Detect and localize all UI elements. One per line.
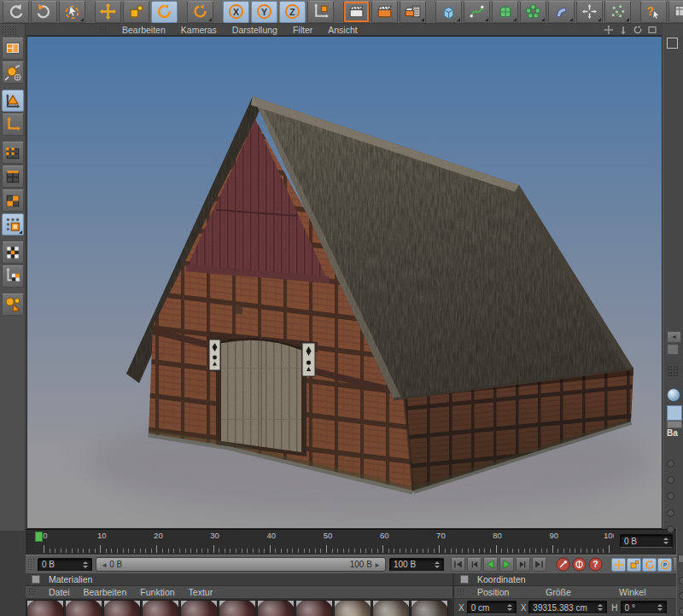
materials-panel-titlebar[interactable]: Materialien [26, 573, 452, 586]
key-position-toggle[interactable] [611, 558, 626, 572]
timeline-ruler[interactable]: 0102030405060708090100 [35, 530, 614, 555]
toolbar-y-axis-button[interactable]: Y [251, 1, 277, 23]
toolbar-scale-button[interactable] [123, 1, 149, 23]
field-stepper[interactable] [594, 604, 603, 611]
roof-material-thumbnail[interactable] [65, 600, 102, 616]
viewport-menu-ansicht[interactable]: Ansicht [320, 24, 365, 36]
toolbar-redo-button[interactable] [31, 1, 57, 23]
coordinate-field-2[interactable]: 0 ° [621, 601, 667, 614]
toolbar-bend-button[interactable] [548, 1, 575, 23]
sidebar-grip[interactable] [2, 26, 17, 35]
radio-option[interactable] [667, 460, 674, 468]
toolbar-add-cube-button[interactable] [435, 1, 462, 23]
viewport-menu-darstellung[interactable]: Darstellung [225, 24, 285, 36]
scroll-left-button[interactable]: ◄ [667, 331, 681, 343]
sidebar-model-mode-button[interactable] [2, 90, 24, 112]
viewport-pan-view-button[interactable] [604, 25, 614, 35]
coordinate-field-1[interactable]: 39315.383 cm [528, 601, 607, 614]
transport-goto-end-button[interactable] [532, 558, 546, 572]
clipped-button[interactable] [678, 555, 683, 563]
preview-range-slider[interactable]: ◄ 0 B 100 B ► [96, 557, 386, 572]
range-min-field[interactable]: 0 B [38, 558, 92, 572]
sidebar-texture-mode-button[interactable] [2, 213, 24, 235]
roof-material-thumbnail[interactable] [103, 600, 141, 616]
stone-material-thumbnail[interactable] [372, 600, 410, 616]
radio-option[interactable] [667, 476, 674, 484]
materials-menu-textur[interactable]: Textur [182, 586, 220, 598]
timeline-playhead[interactable] [35, 532, 43, 542]
coordinates-panel-titlebar[interactable]: Koordinaten [454, 573, 676, 586]
stone-material-thumbnail[interactable] [411, 600, 448, 616]
sidebar-kinematics-button[interactable] [2, 293, 24, 316]
materials-menu-grip[interactable] [28, 588, 37, 596]
radio-option[interactable] [667, 509, 674, 517]
roof-material-thumbnail[interactable] [180, 600, 218, 616]
menubar-grip[interactable] [99, 26, 108, 34]
toolbar-scatter-button[interactable] [604, 1, 631, 23]
sidebar-polygons-mode-button[interactable] [2, 189, 24, 212]
viewport-rotate-view-button[interactable] [633, 25, 643, 35]
toolbar-help-button[interactable]: ? [640, 1, 667, 23]
radio-option[interactable] [667, 492, 674, 500]
clipped-button[interactable] [667, 344, 679, 355]
record-help-button[interactable]: ? [587, 557, 603, 572]
current-frame-field[interactable]: 0 B [620, 534, 673, 548]
field-stepper[interactable] [654, 604, 663, 611]
panel-menu-icon[interactable] [460, 575, 469, 584]
toolbar-move-button[interactable] [95, 1, 121, 23]
toolbar-coord-system-button[interactable] [307, 1, 334, 23]
transport-play-backward-button[interactable] [483, 558, 498, 572]
range-max-stepper[interactable] [431, 561, 440, 568]
toolbar-z-axis-button[interactable]: Z [279, 1, 306, 23]
sidebar-layout-grid-button[interactable] [2, 38, 24, 60]
toolbar-rotate-button[interactable] [151, 1, 178, 23]
radio-option[interactable] [679, 577, 683, 584]
animation-toolbar-grip[interactable] [27, 558, 34, 572]
sidebar-make-editable-button[interactable] [2, 61, 24, 84]
viewport-3d-canvas[interactable] [26, 36, 663, 529]
range-min-stepper[interactable] [79, 561, 88, 568]
field-stepper[interactable] [504, 604, 512, 611]
right-panel-grip[interactable] [667, 365, 679, 378]
toolbar-render-picture-button[interactable] [371, 1, 398, 23]
toolbar-live-selection-button[interactable] [59, 1, 85, 23]
viewport-maximize-view-button[interactable] [647, 25, 657, 35]
toolbar-x-axis-button[interactable]: X [223, 1, 249, 23]
sidebar-points-mode-button[interactable] [2, 142, 24, 164]
roof-material-thumbnail[interactable] [219, 600, 256, 616]
toolbar-array-button[interactable] [520, 1, 546, 23]
roof-material-thumbnail[interactable] [142, 600, 179, 616]
radio-option[interactable] [667, 526, 674, 533]
sidebar-edges-mode-button[interactable] [2, 166, 24, 188]
toolbar-content-browser-button[interactable]: ? [668, 1, 683, 23]
toolbar-add-spline-button[interactable] [464, 1, 490, 23]
key-parameter-toggle[interactable]: P [657, 558, 672, 572]
sidebar-workplane-button[interactable] [2, 265, 24, 288]
viewport-zoom-view-button[interactable] [618, 25, 628, 35]
stone-material-thumbnail[interactable] [334, 600, 371, 616]
toolbar-particles-button[interactable] [576, 1, 603, 23]
transport-prev-frame-button[interactable] [467, 558, 482, 572]
coordinates-grip[interactable] [457, 588, 465, 596]
transport-play-forward-button[interactable] [499, 558, 514, 572]
attributes-tab-label[interactable]: Ba [667, 428, 678, 438]
materials-menu-datei[interactable]: Datei [42, 586, 77, 598]
sidebar-texture-axis-button[interactable] [2, 241, 24, 264]
radio-option[interactable] [679, 607, 683, 615]
roof-material-thumbnail[interactable] [257, 600, 295, 616]
viewport-menu-kameras[interactable]: Kameras [173, 24, 225, 36]
timeline-grip[interactable] [26, 533, 33, 552]
materials-menu-bearbeiten[interactable]: Bearbeiten [77, 586, 134, 598]
key-rotation-toggle[interactable] [642, 558, 657, 572]
coordinate-field-0[interactable]: 0 cm [467, 601, 517, 614]
toolbar-render-view-button[interactable] [343, 1, 370, 23]
roof-material-thumbnail[interactable] [26, 600, 64, 616]
toolbar-hypernurbs-button[interactable] [492, 1, 518, 23]
sidebar-object-axis-button[interactable] [2, 113, 24, 136]
viewport-menu-filter[interactable]: Filter [285, 24, 320, 36]
transport-next-frame-button[interactable] [516, 558, 530, 572]
transport-goto-start-button[interactable] [451, 558, 465, 572]
roof-material-thumbnail[interactable] [295, 600, 333, 616]
viewport-menu-bearbeiten[interactable]: Bearbeiten [114, 24, 173, 36]
panel-menu-icon[interactable] [32, 575, 40, 584]
